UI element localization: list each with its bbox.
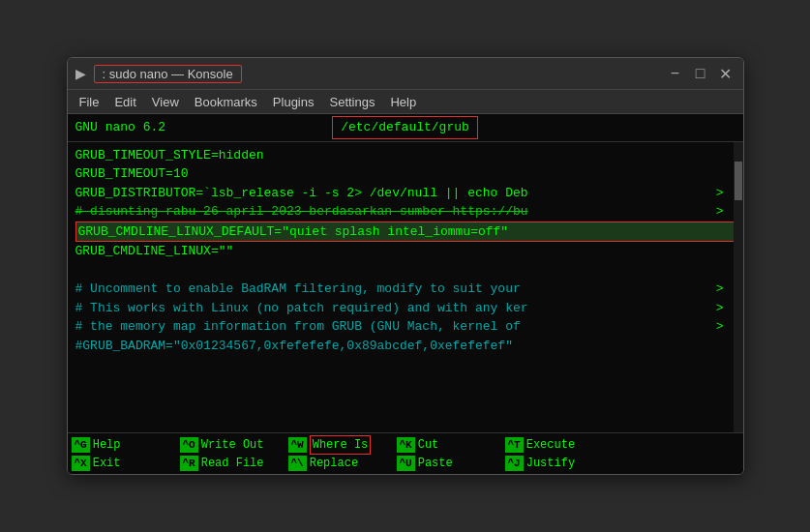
- menu-view[interactable]: View: [144, 92, 187, 112]
- menu-help[interactable]: Help: [382, 92, 424, 112]
- footer-cmd-cut: ^K Cut: [397, 435, 503, 455]
- titlebar-left: ▶ : sudo nano — Konsole: [75, 65, 242, 83]
- label-whereis: Where Is: [310, 435, 372, 455]
- footer-cmd-writeout: ^O Write Out: [180, 435, 286, 455]
- line-1: GRUB_TIMEOUT_STYLE=hidden: [75, 146, 735, 165]
- footer-cmd-exit: ^X Exit: [72, 455, 178, 472]
- label-writeout: Write Out: [201, 436, 264, 454]
- label-help: Help: [93, 436, 121, 454]
- menu-plugins[interactable]: Plugins: [265, 92, 322, 112]
- titlebar: ▶ : sudo nano — Konsole − □ ✕: [68, 58, 743, 89]
- line-comment-4: #GRUB_BADRAM="0x01234567,0xfefefefe,0x89…: [75, 337, 735, 356]
- footer-row-1: ^G Help ^O Write Out ^W Where Is ^K Cut …: [72, 435, 739, 455]
- footer-cmd-help: ^G Help: [72, 435, 178, 455]
- close-button[interactable]: ✕: [716, 65, 735, 83]
- key-cut: ^K: [397, 437, 415, 454]
- key-replace: ^\: [288, 456, 307, 472]
- editor-content[interactable]: GRUB_TIMEOUT_STYLE=hidden GRUB_TIMEOUT=1…: [68, 142, 743, 432]
- line-comment-2: # This works with Linux (no patch requir…: [75, 299, 735, 318]
- arrow-c2: >: [716, 299, 724, 318]
- menu-edit[interactable]: Edit: [106, 92, 143, 112]
- menu-settings[interactable]: Settings: [321, 92, 382, 112]
- line-4: # disunting rabu 26 april 2023 berdasark…: [75, 202, 735, 222]
- konsole-window: ▶ : sudo nano — Konsole − □ ✕ File Edit …: [67, 57, 744, 475]
- scrollbar[interactable]: [734, 142, 743, 432]
- nano-filename: /etc/default/grub: [332, 116, 478, 139]
- label-paste: Paste: [418, 455, 453, 472]
- line-blank: [75, 261, 735, 281]
- key-whereis: ^W: [288, 437, 307, 454]
- key-execute: ^T: [505, 437, 524, 454]
- key-exit: ^X: [72, 456, 90, 472]
- nano-footer: ^G Help ^O Write Out ^W Where Is ^K Cut …: [68, 432, 743, 474]
- line-overflow-arrow-2: >: [716, 202, 724, 222]
- label-exit: Exit: [93, 455, 121, 472]
- line-5-highlighted: GRUB_CMDLINE_LINUX_DEFAULT="quiet splash…: [75, 222, 735, 243]
- menu-bookmarks[interactable]: Bookmarks: [187, 92, 265, 112]
- maximize-button[interactable]: □: [691, 65, 710, 83]
- label-replace: Replace: [310, 455, 358, 472]
- key-help: ^G: [72, 437, 90, 454]
- minimize-button[interactable]: −: [666, 65, 685, 83]
- editor[interactable]: GNU nano 6.2 /etc/default/grub GRUB_TIME…: [68, 114, 743, 474]
- line-comment-3: # the memory map information from GRUB (…: [75, 317, 735, 337]
- menu-file[interactable]: File: [72, 92, 107, 112]
- editor-content-area[interactable]: GRUB_TIMEOUT_STYLE=hidden GRUB_TIMEOUT=1…: [68, 142, 743, 432]
- terminal-icon: ▶: [75, 66, 86, 81]
- footer-cmd-replace: ^\ Replace: [288, 455, 395, 472]
- nano-header: GNU nano 6.2 /etc/default/grub: [68, 114, 743, 142]
- key-writeout: ^O: [180, 437, 198, 454]
- label-justify: Justify: [526, 455, 575, 472]
- scrollbar-thumb[interactable]: [735, 162, 742, 200]
- menubar: File Edit View Bookmarks Plugins Setting…: [68, 89, 743, 114]
- window-title: : sudo nano — Konsole: [94, 65, 242, 83]
- line-2: GRUB_TIMEOUT=10: [75, 164, 735, 184]
- line-3: GRUB_DISTRIBUTOR=`lsb_release -i -s 2> /…: [75, 184, 735, 203]
- nano-version: GNU nano 6.2: [75, 118, 333, 137]
- key-justify: ^J: [505, 456, 524, 472]
- key-paste: ^U: [397, 456, 415, 472]
- line-6: GRUB_CMDLINE_LINUX="": [75, 242, 735, 261]
- arrow-c3: >: [716, 317, 724, 337]
- label-cut: Cut: [418, 436, 439, 454]
- key-readfile: ^R: [180, 456, 198, 472]
- window-controls: − □ ✕: [666, 65, 735, 83]
- footer-cmd-whereis: ^W Where Is: [288, 435, 395, 455]
- line-comment-1: # Uncomment to enable BadRAM filtering, …: [75, 280, 735, 299]
- footer-cmd-justify: ^J Justify: [505, 455, 612, 472]
- footer-row-2: ^X Exit ^R Read File ^\ Replace ^U Paste…: [72, 455, 739, 472]
- footer-cmd-paste: ^U Paste: [397, 455, 503, 472]
- line-overflow-arrow: >: [716, 184, 724, 203]
- footer-cmd-readfile: ^R Read File: [180, 455, 286, 472]
- label-execute: Execute: [526, 436, 575, 454]
- footer-cmd-execute: ^T Execute: [505, 435, 612, 455]
- label-readfile: Read File: [201, 455, 264, 472]
- arrow-c1: >: [716, 280, 724, 299]
